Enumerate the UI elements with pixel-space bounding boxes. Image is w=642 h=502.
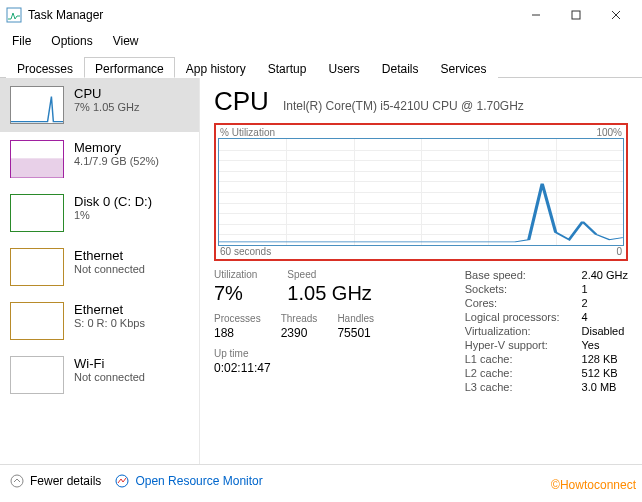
titlebar: Task Manager xyxy=(0,0,642,30)
l1-v: 128 KB xyxy=(582,353,628,365)
sock-k: Sockets: xyxy=(465,283,560,295)
open-resource-monitor-button[interactable]: Open Resource Monitor xyxy=(115,474,262,488)
sidebar-item-ethernet-0[interactable]: EthernetNot connected xyxy=(0,240,199,294)
menu-file[interactable]: File xyxy=(4,32,39,50)
open-resource-monitor-label: Open Resource Monitor xyxy=(135,474,262,488)
menu-view[interactable]: View xyxy=(105,32,147,50)
lp-k: Logical processors: xyxy=(465,311,560,323)
proc-value: 188 xyxy=(214,326,261,340)
tab-startup[interactable]: Startup xyxy=(257,57,318,78)
tab-processes[interactable]: Processes xyxy=(6,57,84,78)
utilization-chart xyxy=(218,138,624,246)
speed-value: 1.05 GHz xyxy=(287,282,371,305)
l2-k: L2 cache: xyxy=(465,367,560,379)
watermark: ©Howtoconnect xyxy=(551,478,636,492)
sock-v: 1 xyxy=(582,283,628,295)
sidebar-item-wifi[interactable]: Wi-FiNot connected xyxy=(0,348,199,402)
base-v: 2.40 GHz xyxy=(582,269,628,281)
chart-label-tl: % Utilization xyxy=(220,127,275,138)
window-controls xyxy=(516,1,636,29)
uptime-label: Up time xyxy=(214,348,425,359)
hv-v: Yes xyxy=(582,339,628,351)
sidebar-item-disk[interactable]: Disk 0 (C: D:)1% xyxy=(0,186,199,240)
svg-point-6 xyxy=(11,475,23,487)
memory-thumb xyxy=(10,140,64,178)
lp-v: 4 xyxy=(582,311,628,323)
tab-performance[interactable]: Performance xyxy=(84,57,175,78)
cpu-sub: 7% 1.05 GHz xyxy=(74,101,139,113)
fewer-details-label: Fewer details xyxy=(30,474,101,488)
wifi-sub: Not connected xyxy=(74,371,145,383)
sidebar-item-memory[interactable]: Memory4.1/7.9 GB (52%) xyxy=(0,132,199,186)
disk-sub: 1% xyxy=(74,209,152,221)
util-label: Utilization xyxy=(214,269,257,280)
uptime-value: 0:02:11:47 xyxy=(214,361,425,375)
wifi-thumb xyxy=(10,356,64,394)
menu-options[interactable]: Options xyxy=(43,32,100,50)
l3-k: L3 cache: xyxy=(465,381,560,393)
sidebar-item-cpu[interactable]: CPU7% 1.05 GHz xyxy=(0,78,199,132)
sidebar-item-ethernet-1[interactable]: EthernetS: 0 R: 0 Kbps xyxy=(0,294,199,348)
tab-app-history[interactable]: App history xyxy=(175,57,257,78)
chart-label-br: 0 xyxy=(616,246,622,257)
fewer-details-button[interactable]: Fewer details xyxy=(10,474,101,488)
hv-k: Hyper-V support: xyxy=(465,339,560,351)
task-manager-icon xyxy=(6,7,22,23)
footer: Fewer details Open Resource Monitor ©How… xyxy=(0,464,642,496)
menubar: File Options View xyxy=(0,30,642,52)
speed-label: Speed xyxy=(287,269,371,280)
util-value: 7% xyxy=(214,282,257,305)
minimize-button[interactable] xyxy=(516,1,556,29)
page-title: CPU xyxy=(214,86,269,117)
svg-rect-2 xyxy=(572,11,580,19)
chevron-up-circle-icon xyxy=(10,474,24,488)
window-title: Task Manager xyxy=(28,8,516,22)
memory-title: Memory xyxy=(74,140,159,155)
chart-label-tr: 100% xyxy=(596,127,622,138)
hnd-value: 75501 xyxy=(337,326,374,340)
main-panel: CPU Intel(R) Core(TM) i5-4210U CPU @ 1.7… xyxy=(200,78,642,464)
ethernet1-title: Ethernet xyxy=(74,302,145,317)
ethernet0-title: Ethernet xyxy=(74,248,145,263)
ethernet1-sub: S: 0 R: 0 Kbps xyxy=(74,317,145,329)
cpu-info-table: Base speed:2.40 GHz Sockets:1 Cores:2 Lo… xyxy=(465,269,628,393)
base-k: Base speed: xyxy=(465,269,560,281)
cpu-title: CPU xyxy=(74,86,139,101)
resource-monitor-icon xyxy=(115,474,129,488)
thr-label: Threads xyxy=(281,313,318,324)
virt-v: Disabled xyxy=(582,325,628,337)
l2-v: 512 KB xyxy=(582,367,628,379)
tab-details[interactable]: Details xyxy=(371,57,430,78)
thr-value: 2390 xyxy=(281,326,318,340)
memory-sub: 4.1/7.9 GB (52%) xyxy=(74,155,159,167)
proc-label: Processes xyxy=(214,313,261,324)
l1-k: L1 cache: xyxy=(465,353,560,365)
cpu-thumb xyxy=(10,86,64,124)
tab-users[interactable]: Users xyxy=(317,57,370,78)
virt-k: Virtualization: xyxy=(465,325,560,337)
disk-title: Disk 0 (C: D:) xyxy=(74,194,152,209)
tab-services[interactable]: Services xyxy=(430,57,498,78)
close-button[interactable] xyxy=(596,1,636,29)
core-k: Cores: xyxy=(465,297,560,309)
ethernet0-sub: Not connected xyxy=(74,263,145,275)
disk-thumb xyxy=(10,194,64,232)
content-area: CPU7% 1.05 GHz Memory4.1/7.9 GB (52%) Di… xyxy=(0,78,642,464)
wifi-title: Wi-Fi xyxy=(74,356,145,371)
hnd-label: Handles xyxy=(337,313,374,324)
l3-v: 3.0 MB xyxy=(582,381,628,393)
chart-container: % Utilization 100% xyxy=(214,123,628,261)
ethernet0-thumb xyxy=(10,248,64,286)
cpu-model: Intel(R) Core(TM) i5-4210U CPU @ 1.70GHz xyxy=(283,99,524,113)
tab-bar: Processes Performance App history Startu… xyxy=(0,52,642,78)
core-v: 2 xyxy=(582,297,628,309)
resource-sidebar: CPU7% 1.05 GHz Memory4.1/7.9 GB (52%) Di… xyxy=(0,78,200,464)
chart-label-bl: 60 seconds xyxy=(220,246,271,257)
ethernet1-thumb xyxy=(10,302,64,340)
svg-rect-5 xyxy=(11,158,63,177)
maximize-button[interactable] xyxy=(556,1,596,29)
